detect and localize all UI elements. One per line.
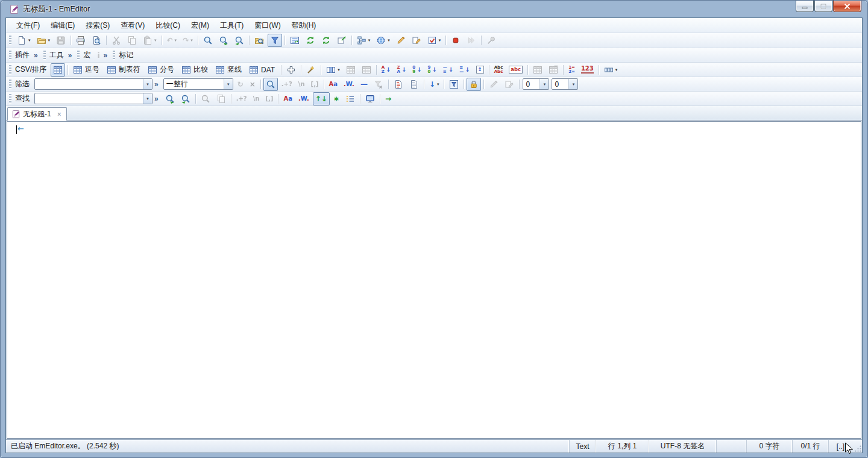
csv-tab-button[interactable]: 制表符	[104, 63, 144, 77]
focus-view-button[interactable]	[363, 92, 377, 105]
add-csv-format-button[interactable]	[284, 63, 298, 77]
status-char-count[interactable]: 0 字符	[746, 440, 792, 453]
reload-document-button[interactable]	[303, 34, 318, 47]
filter-scope[interactable]: 一整行▼	[163, 78, 233, 90]
tools-overflow-chevron[interactable]: »	[68, 51, 72, 60]
toolbar-grip[interactable]	[9, 65, 11, 75]
find-previous-button[interactable]	[178, 92, 193, 105]
csv-normal-mode-button[interactable]	[51, 63, 65, 77]
heading-select-button[interactable]: ▾	[602, 63, 620, 77]
filter-dialog-button[interactable]	[447, 78, 461, 91]
customize-button[interactable]: ▾	[425, 34, 444, 47]
menu-search[interactable]: 搜索(S)	[80, 18, 115, 33]
marker-2-button[interactable]	[409, 34, 424, 47]
find-overflow-chevron[interactable]: »	[154, 95, 159, 103]
filter-whole-word-button[interactable]: .W.	[341, 78, 357, 91]
marker-1-button[interactable]	[394, 34, 408, 47]
filter-lock-button[interactable]	[467, 78, 481, 91]
plugins-overflow-chevron[interactable]: »	[34, 51, 38, 60]
sort-length-desc-button[interactable]: ≡—↓	[457, 63, 472, 77]
sort-z-a-button[interactable]: ZA↓	[394, 63, 409, 77]
toolbar-grip[interactable]	[9, 80, 11, 89]
toolbar-grip[interactable]	[113, 51, 115, 60]
record-macro-button[interactable]	[448, 34, 463, 47]
menu-compare[interactable]: 比较(C)	[150, 18, 186, 33]
menu-help[interactable]: 帮助(H)	[286, 18, 322, 33]
sort-length-asc-button[interactable]: —≡↓	[441, 63, 456, 77]
menu-window[interactable]: 窗口(W)	[249, 18, 286, 33]
outline-button[interactable]: ▾	[354, 34, 373, 47]
menu-file[interactable]: 文件(F)	[11, 18, 45, 33]
macros-overflow-chevron[interactable]: »	[104, 51, 108, 60]
duplicate-options-button[interactable]: abc	[506, 63, 525, 77]
dropdown-arrow-icon[interactable]: ▼	[143, 93, 152, 104]
filter-input[interactable]: ▼	[34, 78, 153, 90]
menu-edit[interactable]: 编辑(E)	[45, 18, 80, 33]
menu-view[interactable]: 查看(V)	[115, 18, 150, 33]
toolbar-grip[interactable]	[9, 51, 11, 60]
display-ruler-button[interactable]: 123	[579, 63, 596, 77]
dropdown-arrow-icon[interactable]: ▼	[143, 79, 152, 89]
minimize-button[interactable]	[796, 1, 814, 12]
menu-tools[interactable]: 工具(T)	[215, 18, 249, 33]
find-whole-word-button[interactable]: .W.	[296, 92, 312, 105]
search-all-documents-button[interactable]: ∗	[331, 92, 342, 105]
dropdown-arrow-icon[interactable]: ▼	[224, 79, 233, 89]
tab-close-button[interactable]: ×	[56, 110, 63, 119]
filter-column-1[interactable]: 0▼	[523, 78, 549, 90]
filter-overflow-chevron[interactable]: »	[154, 80, 159, 89]
dropdown-arrow-icon[interactable]: ▼	[568, 79, 577, 89]
open-button[interactable]: ▾	[34, 34, 53, 47]
filter-direction-button[interactable]: ↓▾	[427, 78, 442, 91]
csv-converter-button[interactable]	[304, 63, 318, 77]
toolbar-grip[interactable]	[43, 51, 46, 60]
new-button[interactable]: ▾	[14, 34, 33, 47]
status-blank[interactable]	[716, 440, 746, 453]
csv-pipe-button[interactable]: 竖线	[213, 63, 245, 77]
csv-compare-button[interactable]: 比较	[179, 63, 212, 77]
toolbar-grip[interactable]	[9, 36, 11, 45]
status-cursor-position[interactable]: 行 1,列 1	[596, 440, 649, 453]
replace-button[interactable]	[216, 34, 231, 47]
wrap-around-search-button[interactable]: ↑↓	[313, 92, 330, 105]
find-input[interactable]: ▼	[34, 93, 153, 104]
show-matched-lines-button[interactable]	[391, 78, 406, 91]
tab-untitled-1[interactable]: 无标题-1 ×	[7, 107, 67, 121]
open-external-button[interactable]	[335, 34, 349, 47]
filter-toolbar-toggle-button[interactable]	[268, 34, 282, 47]
find-in-files-results-button[interactable]	[252, 34, 266, 47]
dropdown-arrow-icon[interactable]: ▼	[539, 79, 549, 89]
filter-match-case-button[interactable]: Aa	[327, 78, 341, 91]
menu-macros[interactable]: 宏(M)	[186, 18, 215, 33]
status-encoding[interactable]: UTF-8 无签名	[649, 440, 716, 453]
wrap-mode-button[interactable]	[288, 34, 302, 47]
filter-column-2[interactable]: 0▼	[552, 78, 578, 90]
csv-dat-button[interactable]: DAT	[247, 63, 278, 77]
sort-0-9-button[interactable]: 09↓	[410, 63, 424, 77]
bookmark-all-button[interactable]	[343, 92, 357, 105]
maximize-button[interactable]	[814, 1, 832, 12]
refresh-view-button[interactable]	[319, 34, 333, 47]
next-document-button[interactable]: →	[383, 92, 394, 105]
select-column-button[interactable]: ▾	[324, 63, 342, 77]
find-match-case-button[interactable]: Aa	[281, 92, 295, 105]
show-unmatched-lines-button[interactable]	[407, 78, 421, 91]
find-button[interactable]	[201, 34, 215, 47]
toolbar-grip[interactable]	[77, 51, 80, 60]
filter-find-button[interactable]	[263, 78, 278, 91]
status-doc-type[interactable]: Text	[569, 440, 596, 453]
find-next-button[interactable]	[163, 92, 177, 105]
insert-numbering-button[interactable]: 1=2=	[566, 63, 577, 77]
status-line-count[interactable]: 0/1 行	[792, 440, 828, 453]
sort-9-0-button[interactable]: 90↓	[426, 63, 439, 77]
csv-comma-button[interactable]: 逗号	[71, 63, 103, 77]
close-button[interactable]	[833, 1, 861, 12]
print-preview-button[interactable]	[89, 34, 104, 47]
delete-duplicate-lines-button[interactable]: AbcAbc	[492, 63, 506, 77]
find-in-files-button[interactable]	[232, 34, 247, 47]
sort-a-z-button[interactable]: AZ↓	[379, 63, 394, 77]
encoding-button[interactable]: ▾	[374, 34, 392, 47]
editor-canvas[interactable]: ←	[7, 121, 861, 439]
toolbar-grip[interactable]	[9, 94, 11, 104]
print-button[interactable]	[74, 34, 88, 47]
